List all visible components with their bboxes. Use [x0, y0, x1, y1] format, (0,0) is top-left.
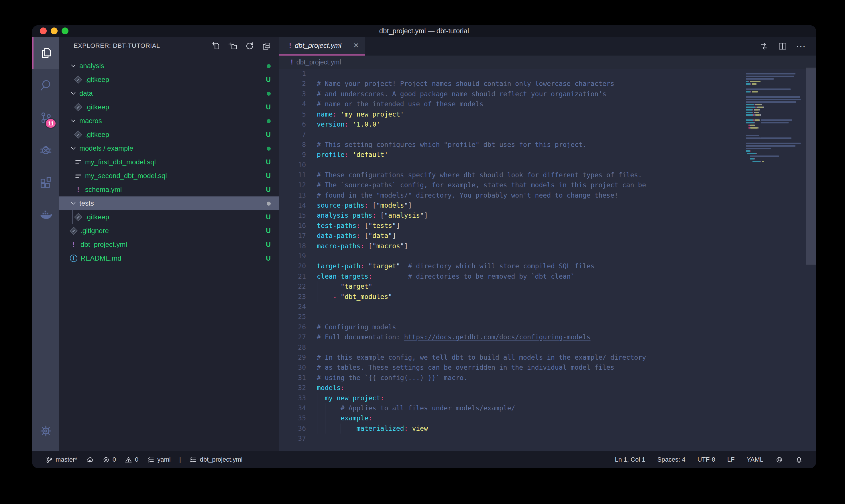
tree-folder-macros[interactable]: macros	[59, 114, 279, 128]
editor-scrollbar[interactable]	[806, 68, 816, 265]
activity-item-extensions[interactable]	[32, 166, 59, 198]
refresh-explorer-button[interactable]	[245, 41, 254, 51]
tree-folder-data[interactable]: data	[59, 87, 279, 100]
status-indentation[interactable]: Spaces: 4	[658, 456, 685, 463]
line-number: 30	[279, 362, 306, 373]
collapse-folders-button[interactable]	[262, 41, 271, 51]
yaml-bang-icon: !	[291, 58, 293, 66]
minimap-line	[746, 98, 805, 101]
close-tab-icon[interactable]: ✕	[353, 41, 359, 50]
workbench: 11 EXPLORER: DBT-TUTORIAL analysis.gitke…	[32, 37, 816, 451]
line-number: 19	[279, 251, 306, 261]
tree-file-my-second-dbt-model-sql[interactable]: my_second_dbt_model.sqlU	[59, 169, 279, 183]
search-icon	[39, 79, 52, 92]
minimap-line	[746, 124, 805, 127]
status-end-of-line[interactable]: LF	[727, 456, 735, 463]
tree-folder-analysis[interactable]: analysis	[59, 59, 279, 73]
line-number: 6	[279, 120, 306, 129]
tree-file--gitkeep[interactable]: .gitkeepU	[59, 128, 279, 142]
activity-item-explorer[interactable]	[32, 37, 59, 69]
line-number: 5	[279, 109, 306, 120]
minimap-line	[746, 119, 805, 122]
tree-file--gitkeep[interactable]: .gitkeepU	[59, 73, 279, 87]
status-error-count[interactable]: 0	[102, 456, 116, 464]
activity-item-docker[interactable]	[32, 198, 59, 231]
more-actions-button[interactable]: ⋯	[796, 43, 806, 49]
window-title: dbt_project.yml — dbt-tutorial	[379, 27, 469, 35]
git-untracked-badge: U	[266, 227, 271, 235]
smiley-icon	[775, 456, 783, 464]
status-warning-count[interactable]: 0	[125, 456, 138, 464]
status-language-mode[interactable]: YAML	[747, 456, 763, 463]
line-number: 9	[279, 150, 306, 160]
tree-file-readme-md[interactable]: iREADME.mdU	[59, 251, 279, 265]
minimap-line	[746, 96, 805, 98]
minimap-line	[746, 116, 805, 119]
activity-item-run-and-debug[interactable]	[32, 134, 59, 166]
code-line-20: 20target-path: "target" # directory whic…	[279, 261, 816, 271]
open-changes-button[interactable]	[759, 41, 769, 51]
minimap-line	[746, 75, 805, 78]
minimap-line	[746, 152, 805, 155]
code-editor[interactable]: 12# Name your project! Project names sho…	[279, 69, 816, 451]
status-outline-file[interactable]: dbt_project.yml	[189, 456, 242, 464]
zoom-window-button[interactable]	[61, 28, 69, 34]
activity-item-source-control[interactable]: 11	[32, 101, 59, 134]
minimap-line	[746, 80, 805, 83]
compare-icon	[759, 41, 769, 51]
line-number: 10	[279, 160, 306, 170]
tab-label: dbt_project.yml	[295, 41, 341, 50]
status-label: master*	[56, 456, 77, 463]
code-line-18: 18macro-paths: ["macros"]	[279, 241, 816, 251]
tab-bar: ! dbt_project.yml ✕ ⋯	[279, 37, 816, 56]
status-git-branch-status[interactable]: master*	[45, 456, 77, 464]
status-feedback[interactable]	[775, 456, 783, 464]
line-number: 31	[279, 373, 306, 383]
git-icon	[74, 130, 82, 139]
line-number: 27	[279, 332, 306, 342]
minimap[interactable]	[746, 70, 805, 165]
indent-guide	[317, 292, 317, 302]
line-number: 25	[279, 312, 306, 322]
tree-file--gitkeep[interactable]: .gitkeepU	[59, 210, 279, 224]
activity-item-search[interactable]	[32, 69, 59, 101]
tree-folder-tests[interactable]: tests	[59, 196, 279, 210]
line-number: 11	[279, 170, 306, 180]
code-line-12: 12# The `source-paths` config, for examp…	[279, 180, 816, 190]
indent-guide	[341, 424, 341, 434]
code-line-29: 29# In this example config, we tell dbt …	[279, 353, 816, 362]
status-cursor-position[interactable]: Ln 1, Col 1	[615, 456, 645, 463]
status-label: 0	[112, 456, 116, 463]
tree-file-schema-yml[interactable]: !schema.ymlU	[59, 183, 279, 196]
breadcrumb[interactable]: ! dbt_project.yml	[279, 56, 816, 69]
new-folder-button[interactable]	[228, 41, 237, 51]
status-encoding[interactable]: UTF-8	[698, 456, 715, 463]
line-number: 8	[279, 140, 306, 150]
tree-file-my-first-dbt-model-sql[interactable]: my_first_dbt_model.sqlU	[59, 155, 279, 169]
minimap-line	[746, 101, 805, 103]
status-notifications[interactable]	[795, 456, 803, 464]
minimap-line	[746, 78, 805, 80]
indent-guide	[325, 424, 325, 434]
tree-item-label: .gitkeep	[85, 76, 263, 84]
minimap-line	[746, 150, 805, 152]
tree-file--gitkeep[interactable]: .gitkeepU	[59, 100, 279, 114]
activity-item-manage[interactable]	[32, 415, 59, 447]
split-editor-button[interactable]	[778, 41, 787, 51]
tab-dbt-project-yml[interactable]: ! dbt_project.yml ✕	[279, 37, 365, 56]
close-window-button[interactable]	[40, 28, 47, 34]
minimize-window-button[interactable]	[51, 28, 58, 34]
git-modified-dot	[267, 62, 271, 70]
status-publish-changes[interactable]	[86, 456, 94, 464]
status-label: LF	[727, 456, 735, 463]
code-line-14: 14source-paths: ["models"]	[279, 200, 816, 211]
info-icon: i	[70, 255, 77, 262]
code-line-8: 8# This setting configures which "profil…	[279, 140, 816, 150]
new-file-button[interactable]	[211, 41, 220, 51]
line-number: 3	[279, 89, 306, 99]
tree-folder-models-example[interactable]: models / example	[59, 142, 279, 155]
tree-file-dbt-project-yml[interactable]: !dbt_project.ymlU	[59, 238, 279, 251]
tree-file--gitignore[interactable]: .gitignoreU	[59, 224, 279, 238]
status-outline-language[interactable]: yaml	[147, 456, 170, 464]
new-file-icon	[211, 41, 220, 51]
